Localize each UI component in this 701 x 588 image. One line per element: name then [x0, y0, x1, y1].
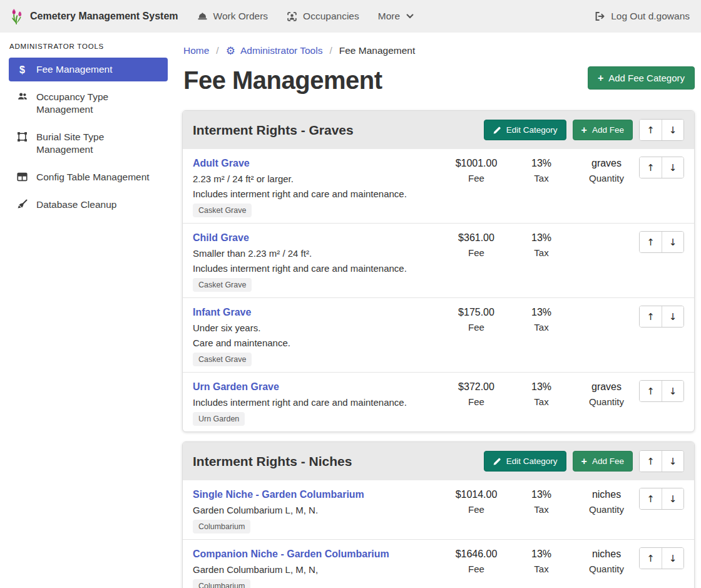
fee-name-link[interactable]: Adult Grave	[193, 157, 250, 170]
fee-description: Care and maintenance.	[193, 337, 437, 349]
edit-category-button[interactable]: Edit Category	[484, 120, 566, 140]
breadcrumb-home-link[interactable]: Home	[183, 45, 209, 56]
fee-amount-column: $361.00 Fee	[444, 231, 509, 258]
edit-category-button[interactable]: Edit Category	[484, 451, 566, 472]
fee-name-link[interactable]: Infant Grave	[193, 306, 251, 319]
fee-amount-column: $1014.00 Fee	[444, 488, 509, 515]
move-fee-up-button[interactable]: ↑	[640, 306, 662, 327]
breadcrumb-admin-tools-link[interactable]: ⚙ Administrator Tools	[226, 45, 323, 56]
quantity-unit: graves	[574, 380, 639, 394]
category-reorder-group: ↑ ↓	[639, 119, 684, 141]
tax-label: Tax	[509, 322, 574, 333]
move-fee-up-button[interactable]: ↑	[640, 488, 662, 509]
fee-row: Companion Niche - Garden Columbarium Gar…	[183, 540, 694, 588]
sidebar-item-fee-management[interactable]: $Fee Management	[9, 58, 168, 81]
breadcrumb: Home / ⚙ Administrator Tools / Fee Manag…	[183, 45, 695, 56]
move-fee-down-button[interactable]: ↓	[662, 381, 683, 401]
edit-category-label: Edit Category	[506, 456, 558, 466]
fee-description: Smaller than 2.23 m² / 24 ft².	[193, 247, 437, 260]
add-fee-category-button[interactable]: + Add Fee Category	[588, 66, 695, 90]
breadcrumb-admin-tools-label: Administrator Tools	[240, 45, 323, 56]
nav-occupancies[interactable]: Occupancies	[287, 11, 359, 22]
fee-row: Urn Garden Grave Includes interment righ…	[183, 373, 694, 431]
fee-name-link[interactable]: Child Grave	[193, 231, 249, 245]
hard-hat-icon	[197, 11, 208, 22]
arrow-down-icon: ↓	[669, 162, 677, 173]
sidebar-item-config-table-management[interactable]: Config Table Management	[9, 165, 168, 189]
move-fee-down-button[interactable]: ↓	[662, 548, 683, 569]
category-title: Interment Rights - Graves	[193, 123, 478, 138]
main-content: Home / ⚙ Administrator Tools / Fee Manag…	[177, 33, 701, 588]
move-category-up-button[interactable]: ↑	[640, 120, 662, 140]
fee-amount-label: Fee	[444, 247, 509, 258]
fee-amount: $1646.00	[444, 547, 509, 561]
logout-label: Log Out d.gowans	[611, 11, 690, 22]
add-fee-button[interactable]: + Add Fee	[573, 451, 633, 472]
fee-arrow-group: ↑ ↓	[639, 380, 684, 402]
fee-description: Under six years.	[193, 322, 437, 334]
fee-amount: $1014.00	[444, 488, 509, 502]
fee-arrow-group: ↑ ↓	[639, 231, 684, 253]
arrow-up-icon: ↑	[647, 493, 655, 505]
breadcrumb-separator: /	[216, 45, 218, 56]
logout-link[interactable]: Log Out d.gowans	[594, 11, 690, 22]
page-header: Fee Management + Add Fee Category	[183, 65, 695, 95]
sidebar-item-database-cleanup[interactable]: Database Cleanup	[9, 193, 168, 217]
plus-icon: +	[581, 458, 587, 465]
move-fee-up-button[interactable]: ↑	[640, 157, 662, 178]
quantity-label: Quantity	[574, 173, 639, 183]
fee-name-link[interactable]: Urn Garden Grave	[193, 380, 279, 394]
burial-site-type-badge: Columbarium	[193, 520, 250, 534]
tax-rate: 13%	[509, 306, 574, 319]
fee-reorder-group: ↑ ↓	[639, 157, 684, 178]
fee-reorder-group: ↑ ↓	[639, 547, 684, 569]
frame-icon	[16, 132, 28, 142]
tax-column: 13% Tax	[509, 547, 574, 574]
tax-rate: 13%	[509, 380, 574, 394]
sidebar-item-occupancy-type-management[interactable]: Occupancy Type Management	[9, 85, 168, 121]
table-icon	[16, 172, 28, 182]
move-category-up-button[interactable]: ↑	[640, 451, 662, 472]
move-category-down-button[interactable]: ↓	[662, 451, 683, 472]
fee-category-card: Interment Rights - Niches Edit Category …	[182, 441, 695, 588]
fee-row: Single Niche - Garden Columbarium Garden…	[183, 480, 694, 540]
move-fee-up-button[interactable]: ↑	[640, 232, 662, 252]
fee-amount-label: Fee	[444, 173, 509, 183]
nav-more[interactable]: More	[378, 11, 414, 22]
fee-amount-label: Fee	[444, 504, 509, 515]
burial-site-type-badge: Urn Garden	[193, 412, 245, 426]
arrow-down-icon: ↓	[669, 493, 677, 505]
category-title: Interment Rights - Niches	[193, 454, 478, 469]
breadcrumb-separator: /	[329, 45, 332, 56]
fee-reorder-group: ↑ ↓	[639, 231, 684, 253]
tax-label: Tax	[509, 247, 574, 258]
arrow-up-icon: ↑	[647, 162, 655, 173]
fee-description: Includes interment right and care and ma…	[193, 188, 437, 200]
fee-name-link[interactable]: Single Niche - Garden Columbarium	[193, 488, 364, 502]
nav-work-orders-label: Work Orders	[213, 11, 269, 22]
fee-amount-column: $175.00 Fee	[444, 306, 509, 333]
move-fee-down-button[interactable]: ↓	[662, 306, 683, 327]
fee-description: 2.23 m² / 24 ft² or larger.	[193, 173, 437, 185]
move-fee-up-button[interactable]: ↑	[640, 548, 662, 569]
fee-amount: $372.00	[444, 380, 509, 394]
sidebar-item-burial-site-type-management[interactable]: Burial Site Type Management	[9, 125, 168, 162]
fee-amount-label: Fee	[444, 564, 509, 574]
tax-column: 13% Tax	[509, 157, 574, 183]
move-fee-down-button[interactable]: ↓	[662, 157, 683, 178]
arrow-down-icon: ↓	[669, 553, 677, 564]
add-fee-label: Add Fee	[592, 456, 624, 466]
add-fee-button[interactable]: + Add Fee	[573, 120, 633, 140]
move-category-down-button[interactable]: ↓	[662, 120, 683, 140]
fee-name-link[interactable]: Companion Niche - Garden Columbarium	[193, 547, 389, 561]
move-fee-down-button[interactable]: ↓	[662, 488, 683, 509]
nav-occupancies-label: Occupancies	[303, 11, 359, 22]
move-fee-up-button[interactable]: ↑	[640, 381, 662, 401]
chevron-down-icon	[406, 12, 414, 21]
arrow-up-icon: ↑	[647, 386, 655, 397]
fee-info: Urn Garden Grave Includes interment righ…	[193, 380, 444, 426]
arrow-down-icon: ↓	[669, 125, 677, 136]
move-fee-down-button[interactable]: ↓	[662, 232, 683, 252]
tax-rate: 13%	[509, 488, 574, 502]
nav-work-orders[interactable]: Work Orders	[197, 11, 269, 22]
